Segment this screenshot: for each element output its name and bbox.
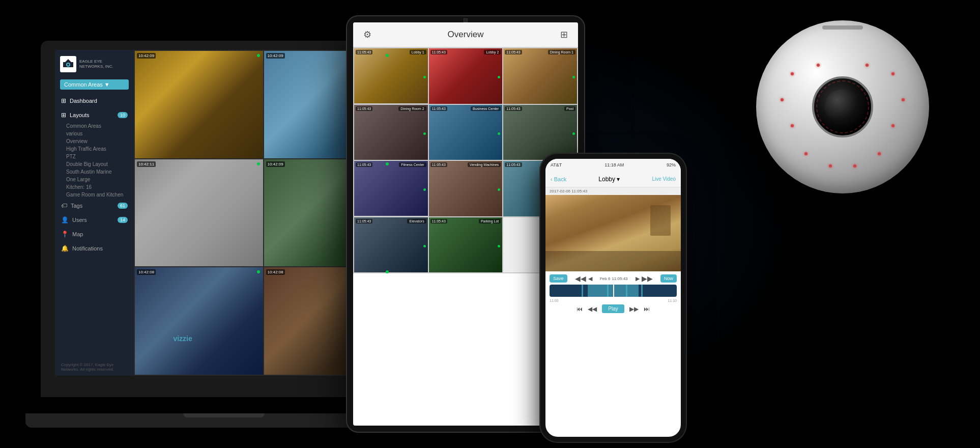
phone-timeline-labels: 11:00 11:10 — [550, 299, 677, 302]
phone-now-button[interactable]: Now — [660, 274, 677, 283]
phone-prev-frame-icon[interactable]: ◀◀ — [575, 274, 586, 283]
notifications-icon: 🔔 — [61, 245, 69, 252]
sidebar-item-layouts[interactable]: ⊞ Layouts 10 — [55, 108, 134, 122]
tcam8-dot — [498, 188, 500, 191]
phone-timeline[interactable] — [550, 285, 677, 297]
phone-nav-bar: ‹ Back Lobby ▾ Live Video — [545, 171, 681, 187]
tcam3-ts: 11:05:43 — [505, 50, 522, 54]
logo-icon — [60, 56, 76, 72]
tcam2-ts: 11:05:43 — [430, 50, 447, 54]
ir-led-12 — [853, 164, 856, 167]
tablet-front-camera — [464, 18, 468, 22]
tablet-cam-3[interactable]: 11:05:43 Dining Room 1 — [503, 48, 577, 104]
tablet-cam-5[interactable]: 11:05:43 Business Center — [429, 105, 503, 160]
logo-text: EAGLE EYE NETWORKS, INC. — [79, 59, 113, 69]
tablet-cam-10[interactable]: 11:05:43 Elevators — [354, 217, 428, 272]
layout-one-large[interactable]: One Large — [66, 176, 134, 183]
cam3-online-indicator — [257, 162, 260, 165]
sidebar-item-tags[interactable]: 🏷 Tags 61 — [55, 199, 134, 213]
phone-status-bar: AT&T 11:18 AM 92% — [545, 159, 681, 171]
layout-overview[interactable]: Overview — [66, 137, 134, 145]
cam6-timestamp: 10:42:08 — [266, 269, 285, 275]
sidebar-item-map[interactable]: 📍 Map — [55, 227, 134, 241]
tablet-header: ⚙ Overview ⊞ — [353, 22, 578, 47]
tcam4-label: Dining Room 2 — [398, 106, 426, 111]
tcam6-dot — [572, 132, 575, 135]
tablet-cam-6[interactable]: 11:05:43 Pool — [503, 105, 577, 160]
ir-led-1 — [791, 72, 794, 75]
tcam1-ts: 11:05:43 — [356, 50, 372, 54]
camera-cell-5[interactable]: 10:42:08 vizzie — [135, 267, 263, 375]
tcam2-label: Lobby 2 — [484, 50, 501, 54]
phone-rewind-icon[interactable]: ◀ — [588, 275, 592, 282]
tcam7-ts: 11:05:43 — [356, 162, 372, 167]
layout-ptz[interactable]: PTZ — [66, 153, 134, 160]
tablet-cam-7[interactable]: 11:05:43 Fitness Center — [354, 161, 428, 216]
layout-double-big[interactable]: Double Big Layout — [66, 160, 134, 168]
layout-various[interactable]: various — [66, 130, 134, 137]
cam3-timestamp: 10:42:11 — [137, 161, 156, 167]
phone-playback-row: ⏮ ◀◀ Play ▶▶ ⏭ — [550, 304, 677, 313]
phone-play-button[interactable]: Play — [602, 304, 624, 313]
ir-led-6 — [902, 98, 905, 101]
tcam10-ts: 11:05:43 — [356, 219, 372, 223]
camera-cell-3[interactable]: 10:42:11 — [135, 159, 263, 267]
phone-live-button[interactable]: Live Video — [652, 176, 676, 182]
tcam8-label: Vending Machines — [468, 162, 501, 167]
cam4-timestamp: 10:42:09 — [266, 161, 285, 167]
tablet-cam-4[interactable]: 11:05:43 Dining Room 2 — [354, 105, 428, 160]
laptop-sidebar: EAGLE EYE NETWORKS, INC. Common Areas ▼ … — [55, 50, 134, 376]
phone-step-forward-icon[interactable]: ▶▶ — [629, 305, 639, 313]
phone-camera-view[interactable] — [545, 195, 681, 271]
camera-cell-1[interactable]: 10:42:09 — [135, 51, 263, 158]
tcam10-dot — [423, 245, 426, 247]
layout-game-room[interactable]: Game Room and Kitchen — [66, 191, 134, 199]
tcam1-label: Lobby 1 — [410, 50, 426, 54]
tcam4-ts: 11:05:43 — [356, 106, 372, 111]
phone-save-button[interactable]: Save — [550, 274, 567, 283]
tcam5-label: Business Center — [471, 106, 501, 111]
sidebar-item-notifications[interactable]: 🔔 Notifications — [55, 241, 134, 256]
ir-led-11 — [829, 164, 832, 167]
phone-device: AT&T 11:18 AM 92% ‹ Back Lobby ▾ Live Vi… — [539, 153, 687, 443]
tcam4-dot — [423, 132, 426, 135]
tablet-cam-8[interactable]: 11:05:43 Vending Machines — [429, 161, 503, 216]
tablet-cam-1[interactable]: 11:05:43 Lobby 1 — [354, 48, 428, 103]
tablet-cam-2[interactable]: 11:05:43 Lobby 2 — [429, 48, 503, 104]
phone-jump-start-icon[interactable]: ⏮ — [577, 305, 583, 313]
tcam7-label: Fitness Center — [399, 162, 426, 167]
ir-led-7 — [791, 124, 794, 127]
tcam8-ts: 11:05:43 — [430, 162, 447, 167]
layout-high-traffic[interactable]: High Traffic Areas — [66, 145, 134, 153]
phone-carrier: AT&T — [551, 162, 562, 167]
ir-led-10 — [878, 152, 881, 155]
phone-jump-end-icon[interactable]: ⏭ — [644, 305, 650, 313]
sidebar-navigation: ⊞ Dashboard ⊞ Layouts 10 Common Areas va… — [55, 94, 134, 358]
phone-lobby-title[interactable]: Lobby ▾ — [598, 176, 620, 183]
map-icon: 📍 — [61, 231, 69, 238]
layout-kitchen[interactable]: Kitchen: 16 — [66, 183, 134, 191]
tablet-cam-11[interactable]: 11:05:43 Parking Lot — [429, 217, 503, 273]
ir-led-3 — [866, 64, 869, 67]
layout-common-areas[interactable]: Common Areas — [66, 122, 134, 130]
phone-back-button[interactable]: ‹ Back — [551, 176, 566, 182]
phone-date-bar: 2017-02-06 11:05:43 — [545, 187, 681, 195]
dome-camera-body — [756, 20, 929, 193]
common-areas-button[interactable]: Common Areas ▼ — [60, 79, 129, 90]
cam1-online-indicator — [257, 54, 260, 57]
cam5-timestamp: 10:42:08 — [137, 269, 156, 275]
ir-led-4 — [891, 72, 895, 75]
phone-next-frame-icon[interactable]: ▶▶ — [642, 274, 653, 283]
layouts-icon: ⊞ — [61, 111, 66, 119]
cam2-online-indicator — [386, 54, 389, 57]
tcam5-ts: 11:05:43 — [430, 106, 447, 111]
tcam2-dot — [498, 76, 500, 78]
sidebar-item-users[interactable]: 👤 Users 14 — [55, 213, 134, 227]
phone-forward-icon[interactable]: ▶ — [636, 275, 640, 282]
tablet-settings-icon[interactable]: ⚙ — [360, 27, 374, 42]
layout-south-austin[interactable]: South Austin Marine — [66, 168, 134, 176]
ir-led-5 — [781, 98, 784, 101]
tablet-grid-icon[interactable]: ⊞ — [557, 27, 571, 42]
phone-step-back-icon[interactable]: ◀◀ — [588, 305, 597, 313]
sidebar-item-dashboard[interactable]: ⊞ Dashboard — [55, 94, 134, 108]
